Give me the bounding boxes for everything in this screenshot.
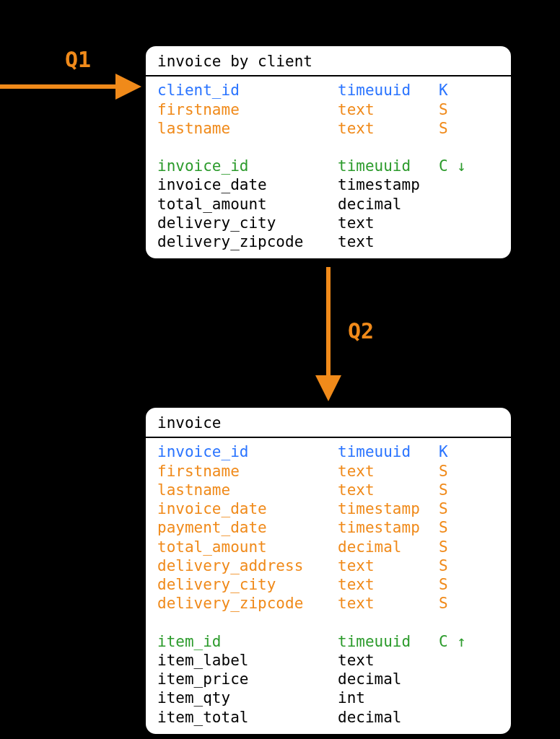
- column-row: item_pricedecimal: [157, 670, 499, 688]
- column-row: total_amountdecimal: [157, 195, 499, 214]
- column-flag: S: [439, 119, 482, 138]
- column-flag: S: [439, 481, 482, 499]
- column-type: text: [338, 651, 439, 670]
- column-name: lastname: [157, 481, 338, 499]
- arrow-q1: [0, 72, 144, 101]
- column-type: text: [338, 119, 439, 138]
- column-type: text: [338, 575, 439, 594]
- column-name: firstname: [157, 462, 338, 481]
- column-row: delivery_zipcodetext: [157, 232, 499, 251]
- column-type: timeuuid: [338, 442, 439, 461]
- column-row: delivery_citytextS: [157, 575, 499, 594]
- column-row: item_idtimeuuidC ↑: [157, 632, 499, 651]
- column-flag: [439, 688, 482, 707]
- column-name: lastname: [157, 119, 338, 138]
- table-invoice: invoice invoice_idtimeuuidKfirstnametext…: [144, 406, 512, 735]
- column-name: item_label: [157, 651, 338, 670]
- column-row: delivery_citytext: [157, 214, 499, 232]
- column-name: item_qty: [157, 688, 338, 707]
- column-name: delivery_address: [157, 556, 338, 575]
- column-row: invoice_idtimeuuidK: [157, 442, 499, 461]
- column-type: decimal: [338, 538, 439, 556]
- column-type: timestamp: [338, 175, 439, 194]
- table-title: invoice: [146, 408, 511, 438]
- column-type: text: [338, 232, 439, 251]
- column-name: delivery_city: [157, 214, 338, 232]
- column-type: text: [338, 462, 439, 481]
- column-name: item_id: [157, 632, 338, 651]
- column-flag: S: [439, 538, 482, 556]
- column-flag: C ↓: [439, 157, 482, 175]
- column-row: invoice_idtimeuuidC ↓: [157, 157, 499, 175]
- column-flag: [439, 708, 482, 727]
- column-row: delivery_addresstextS: [157, 556, 499, 575]
- column-name: client_id: [157, 81, 338, 100]
- column-row: delivery_zipcodetextS: [157, 594, 499, 613]
- column-name: total_amount: [157, 195, 338, 214]
- column-flag: S: [439, 499, 482, 518]
- column-type: timestamp: [338, 499, 439, 518]
- diagram-stage: Q1 invoice by client client_idtimeuuidKf…: [0, 0, 560, 739]
- column-type: int: [338, 688, 439, 707]
- column-name: payment_date: [157, 518, 338, 537]
- column-flag: [439, 175, 482, 194]
- column-flag: [439, 214, 482, 232]
- column-row: item_labeltext: [157, 651, 499, 670]
- column-flag: K: [439, 81, 482, 100]
- column-flag: K: [439, 442, 482, 461]
- column-row: invoice_datetimestamp: [157, 175, 499, 194]
- column-type: text: [338, 481, 439, 499]
- column-name: delivery_zipcode: [157, 232, 338, 251]
- column-row: firstnametextS: [157, 100, 499, 119]
- row-spacer: [157, 138, 499, 157]
- column-row: total_amountdecimalS: [157, 538, 499, 556]
- column-flag: S: [439, 462, 482, 481]
- column-flag: S: [439, 556, 482, 575]
- column-name: delivery_zipcode: [157, 594, 338, 613]
- column-name: firstname: [157, 100, 338, 119]
- column-name: item_price: [157, 670, 338, 688]
- table-invoice-by-client: invoice by client client_idtimeuuidKfirs…: [144, 45, 512, 260]
- column-type: timeuuid: [338, 157, 439, 175]
- column-name: invoice_id: [157, 442, 338, 461]
- column-name: delivery_city: [157, 575, 338, 594]
- column-type: text: [338, 594, 439, 613]
- column-name: item_total: [157, 708, 338, 727]
- arrow-q1-label: Q1: [65, 46, 91, 74]
- column-type: decimal: [338, 708, 439, 727]
- column-name: invoice_id: [157, 157, 338, 175]
- column-row: item_totaldecimal: [157, 708, 499, 727]
- column-flag: C ↑: [439, 632, 482, 651]
- column-type: text: [338, 214, 439, 232]
- column-row: item_qtyint: [157, 688, 499, 707]
- column-flag: S: [439, 518, 482, 537]
- table-body: client_idtimeuuidKfirstnametextSlastname…: [146, 76, 511, 258]
- column-row: payment_datetimestampS: [157, 518, 499, 537]
- column-flag: [439, 670, 482, 688]
- column-row: lastnametextS: [157, 481, 499, 499]
- column-row: invoice_datetimestampS: [157, 499, 499, 518]
- column-row: firstnametextS: [157, 462, 499, 481]
- column-name: total_amount: [157, 538, 338, 556]
- column-flag: S: [439, 575, 482, 594]
- row-spacer: [157, 613, 499, 632]
- table-body: invoice_idtimeuuidKfirstnametextSlastnam…: [146, 438, 511, 734]
- column-flag: S: [439, 594, 482, 613]
- column-row: lastnametextS: [157, 119, 499, 138]
- column-flag: [439, 232, 482, 251]
- column-name: invoice_date: [157, 499, 338, 518]
- arrow-q2-label: Q2: [348, 318, 374, 345]
- column-row: client_idtimeuuidK: [157, 81, 499, 100]
- column-type: decimal: [338, 195, 439, 214]
- column-type: decimal: [338, 670, 439, 688]
- column-type: timestamp: [338, 518, 439, 537]
- column-name: invoice_date: [157, 175, 338, 194]
- column-type: text: [338, 100, 439, 119]
- table-title: invoice by client: [146, 46, 511, 76]
- column-flag: S: [439, 100, 482, 119]
- column-flag: [439, 651, 482, 670]
- column-type: timeuuid: [338, 632, 439, 651]
- column-type: timeuuid: [338, 81, 439, 100]
- arrow-q2: [314, 267, 343, 404]
- column-type: text: [338, 556, 439, 575]
